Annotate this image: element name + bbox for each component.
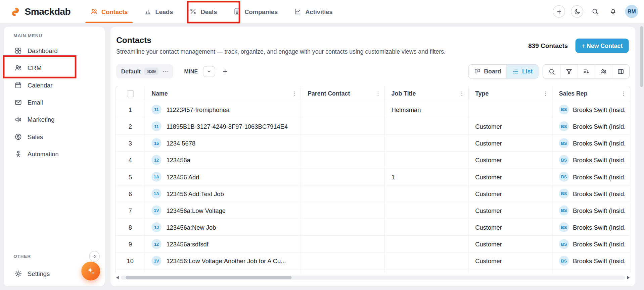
user-avatar[interactable]: BM bbox=[625, 5, 638, 18]
contact-name-cell[interactable]: 12 123456a bbox=[145, 152, 301, 168]
contact-name-cell[interactable]: 1V 123456a:Low Voltage bbox=[145, 202, 301, 219]
row-number: 6 bbox=[116, 185, 145, 202]
view-tab-default[interactable]: Default 839 bbox=[116, 64, 173, 78]
contact-initials-badge: 12 bbox=[151, 155, 161, 165]
nav-tab-leads[interactable]: Leads bbox=[136, 0, 181, 23]
view-options-icon[interactable] bbox=[163, 68, 169, 74]
select-all-checkbox[interactable] bbox=[127, 90, 134, 97]
table-row[interactable]: 5 1A 123456 Add 1 Customer BS Brooks Swi… bbox=[116, 169, 630, 185]
board-view-button[interactable]: Board bbox=[469, 65, 506, 78]
nav-tab-label: Leads bbox=[155, 8, 173, 15]
table-row[interactable]: 6 1A 123456 Add:Test Job Customer BS Bro… bbox=[116, 185, 630, 202]
rep-name: Brooks Swift (Insid... bbox=[573, 123, 625, 130]
column-header-type[interactable]: Type bbox=[469, 86, 553, 101]
new-contact-button[interactable]: + New Contact bbox=[575, 39, 629, 53]
contact-name: 1234 5678 bbox=[166, 139, 195, 147]
sort-button[interactable] bbox=[578, 65, 595, 78]
table-row[interactable]: 2 11 11895B1B-3127-4249-8F97-1063BC7914E… bbox=[116, 118, 630, 135]
email-icon bbox=[14, 98, 22, 106]
table-search-button[interactable] bbox=[543, 65, 560, 78]
contact-name: 123456a:Low Voltage bbox=[166, 207, 226, 214]
columns-button[interactable] bbox=[612, 65, 629, 78]
table-row[interactable]: 8 1J 123456a:New Job Customer BS Brooks … bbox=[116, 219, 630, 236]
filter-button[interactable] bbox=[560, 65, 577, 78]
sidebar-item-dashboard[interactable]: Dashboard bbox=[4, 42, 105, 59]
nav-tab-activities[interactable]: Activities bbox=[286, 0, 341, 23]
topbar-actions: BM bbox=[553, 0, 638, 23]
contact-name-cell[interactable]: 11 11223457-fromiphonea bbox=[145, 101, 301, 118]
contacts-table: Name Parent Contact Job Title bbox=[116, 86, 631, 270]
sidebar-item-marketing[interactable]: Marketing bbox=[4, 111, 105, 128]
contact-name-cell[interactable]: 12 123456a:sdfsdf bbox=[145, 236, 301, 252]
smackdab-logo-icon bbox=[10, 6, 21, 17]
list-view-button[interactable]: List bbox=[506, 65, 538, 78]
column-menu-icon[interactable] bbox=[291, 91, 297, 97]
table-row[interactable]: 7 1V 123456a:Low Voltage Customer BS Bro… bbox=[116, 202, 630, 219]
rep-name: Brooks Swift (Insid... bbox=[573, 106, 625, 113]
group-by-button[interactable] bbox=[595, 65, 612, 78]
dark-mode-toggle[interactable] bbox=[571, 5, 583, 18]
table-row[interactable]: 4 12 123456a Customer BS Brooks Swift (I… bbox=[116, 152, 630, 169]
crm-icon bbox=[14, 64, 22, 71]
contact-name-cell[interactable]: 1V 123456:Low Voltage:Another Job for A … bbox=[145, 252, 301, 269]
sidebar-item-sales[interactable]: Sales bbox=[4, 128, 105, 145]
column-header-job-title[interactable]: Job Title bbox=[385, 86, 469, 101]
scroll-right-arrow[interactable] bbox=[627, 276, 630, 279]
column-menu-icon[interactable] bbox=[543, 91, 549, 97]
search-icon bbox=[591, 8, 599, 15]
contact-name-cell[interactable]: 1A 123456 Add bbox=[145, 169, 301, 185]
contact-name-cell[interactable]: 15 1234 5678 bbox=[145, 135, 301, 151]
scroll-left-arrow[interactable] bbox=[116, 276, 119, 279]
parent-contact-cell bbox=[301, 185, 385, 202]
column-menu-icon[interactable] bbox=[459, 91, 465, 97]
contact-name-cell[interactable]: 11 11895B1B-3127-4249-8F97-1063BC7914E4 bbox=[145, 118, 301, 134]
column-header-name[interactable]: Name bbox=[145, 86, 301, 101]
sort-icon bbox=[583, 68, 590, 75]
horizontal-scroll-thumb[interactable] bbox=[126, 276, 291, 279]
brand-name: Smackdab bbox=[25, 6, 71, 17]
ai-assistant-fab[interactable] bbox=[81, 262, 100, 280]
rep-initials-badge: BS bbox=[559, 138, 569, 148]
rep-initials-badge: BS bbox=[559, 256, 569, 266]
vertical-scroll-thumb[interactable] bbox=[640, 26, 643, 87]
table-row[interactable]: 1 11 11223457-fromiphonea Helmsman BS Br… bbox=[116, 101, 630, 118]
sidebar-item-crm[interactable]: CRM bbox=[4, 59, 105, 76]
column-menu-icon[interactable] bbox=[375, 91, 381, 97]
view-mode-toggle: Board List bbox=[468, 64, 539, 78]
vertical-scrollbar[interactable] bbox=[640, 26, 643, 287]
bell-icon bbox=[609, 8, 617, 15]
column-header-parent-contact[interactable]: Parent Contact bbox=[301, 86, 385, 101]
parent-contact-cell bbox=[301, 169, 385, 185]
table-row[interactable]: 10 1V 123456:Low Voltage:Another Job for… bbox=[116, 252, 630, 269]
row-number: 5 bbox=[116, 169, 145, 185]
sales-rep-cell: BS Brooks Swift (Insid... bbox=[552, 252, 630, 269]
nav-tab-companies[interactable]: Companies bbox=[225, 0, 286, 23]
rep-initials-badge: BS bbox=[559, 206, 569, 215]
nav-tab-contacts[interactable]: Contacts bbox=[82, 0, 136, 23]
column-header-sales-rep[interactable]: Sales Rep bbox=[552, 86, 630, 101]
funnel-icon bbox=[565, 68, 572, 75]
contact-name-cell[interactable]: 1J 123456a:New Job bbox=[145, 219, 301, 235]
sidebar-item-label: Dashboard bbox=[28, 47, 58, 54]
nav-tab-deals[interactable]: Deals bbox=[181, 0, 225, 23]
brand-logo[interactable]: Smackdab bbox=[10, 0, 71, 23]
table-row[interactable]: 9 12 123456a:sdfsdf Customer BS Brooks S… bbox=[116, 236, 630, 252]
sales-rep-cell: BS Brooks Swift (Insid... bbox=[552, 135, 630, 151]
table-row[interactable]: 3 15 1234 5678 Customer BS Brooks Swift … bbox=[116, 135, 630, 152]
scope-dropdown-button[interactable] bbox=[203, 66, 215, 77]
quick-add-button[interactable] bbox=[553, 5, 565, 18]
column-menu-icon[interactable] bbox=[620, 91, 627, 97]
row-number: 10 bbox=[116, 252, 145, 269]
horizontal-scroll-track[interactable] bbox=[121, 276, 625, 280]
column-label: Sales Rep bbox=[559, 90, 588, 97]
job-title-cell: 1 bbox=[385, 169, 469, 185]
sidebar-item-email[interactable]: Email bbox=[4, 94, 105, 111]
sidebar-item-calendar[interactable]: Calendar bbox=[4, 76, 105, 94]
sidebar-item-automation[interactable]: Automation bbox=[4, 145, 105, 162]
contact-name-cell[interactable]: 1A 123456 Add:Test Job bbox=[145, 185, 301, 202]
collapse-sidebar-button[interactable] bbox=[89, 251, 100, 262]
add-view-button[interactable] bbox=[219, 66, 231, 77]
search-button[interactable] bbox=[589, 5, 601, 18]
notifications-button[interactable] bbox=[607, 5, 619, 18]
type-cell: Customer bbox=[469, 169, 553, 185]
